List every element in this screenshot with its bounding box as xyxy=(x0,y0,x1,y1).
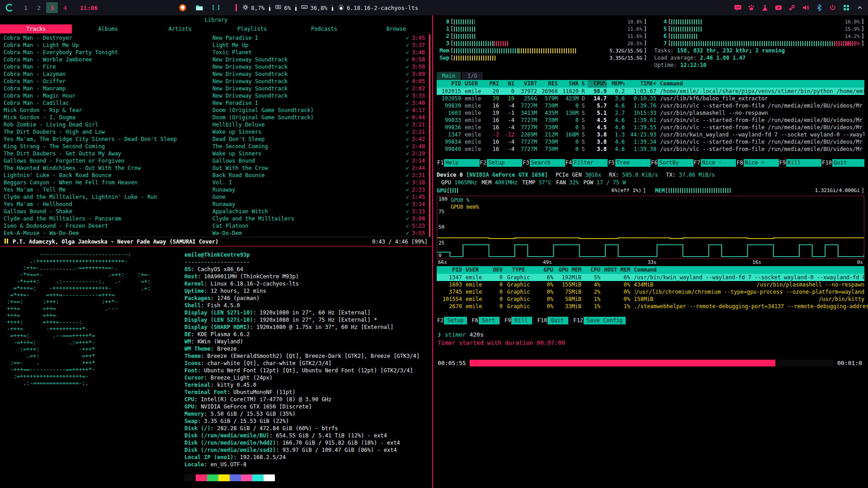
tab-browse[interactable]: Browse xyxy=(360,24,432,33)
scrollbar[interactable] xyxy=(429,34,430,237)
tab-albums[interactable]: Albums xyxy=(72,24,144,33)
pause-icon[interactable] xyxy=(5,239,9,245)
gpu-column-header-command[interactable]: Command xyxy=(630,266,864,274)
grid-icon[interactable] xyxy=(842,4,850,12)
column-header-ni[interactable]: NI xyxy=(499,80,514,88)
gpu-column-header-host-mem[interactable]: HOST MEM xyxy=(600,266,630,274)
gpu-process-row[interactable]: 1347emile0Graphic6%192MiB5%6%212MiB/usr/… xyxy=(437,274,864,281)
track-row[interactable]: Clyde and the Milltailers, Lightnin' Luk… xyxy=(0,193,432,201)
process-row[interactable]: 99833emile16-47727M730M0S4.54.61:39.61/u… xyxy=(437,117,864,124)
column-header-time[interactable]: TIME+ xyxy=(625,80,656,88)
htop-tab-main[interactable]: Main xyxy=(437,72,461,80)
kitty-icon[interactable] xyxy=(212,4,220,12)
track-row[interactable]: Iseo & Dodosound - Frozen DesertCat Plat… xyxy=(0,222,432,230)
timer-terminal[interactable]: ❯ stimer 420s Timer started with duratio… xyxy=(433,326,868,488)
fkey-f7[interactable]: F7Nice - xyxy=(693,159,736,167)
column-header-shr[interactable]: SHR xyxy=(558,80,579,88)
process-row[interactable]: 1347emile-2-122269M212M168MS3.81.344:23.… xyxy=(437,131,864,138)
process-row[interactable]: 99839emile16-47727M730M0S5.74.61:39.76/u… xyxy=(437,102,864,109)
gpu-column-header-user[interactable]: USER xyxy=(462,266,487,274)
cachyos-logo-icon[interactable] xyxy=(5,3,14,13)
fkey-f2[interactable]: F2Setup xyxy=(480,159,523,167)
gpu-column-header-pid[interactable]: PID xyxy=(437,266,462,274)
track-row[interactable]: The Haunted Windchimes - Out With the Cr… xyxy=(0,164,432,172)
process-row[interactable]: 99836emile16-47727M730M0S4.54.61:39.55/u… xyxy=(437,124,864,131)
track-row[interactable]: The Dirt Daubers - High and LowWake up S… xyxy=(0,128,432,136)
gpu-column-header-type[interactable]: TYPE xyxy=(503,266,534,274)
bluetooth-icon[interactable] xyxy=(815,4,823,12)
track-row[interactable]: Gallows Bound - ShakeAppalachian Witch✓3… xyxy=(0,208,432,215)
track-row[interactable]: Beggars Canyon - When He Fell from Heave… xyxy=(0,179,432,186)
tab-tracks[interactable]: Tracks xyxy=(0,24,72,33)
track-row[interactable]: Cobra Man - ManrampNew Driveway Soundtra… xyxy=(0,85,432,92)
track-row[interactable]: Cobra Man - Everybody Party TonightToxic… xyxy=(0,49,432,56)
process-row[interactable]: 102015emile200379722696811820R98.90.21:0… xyxy=(437,88,864,95)
fkey-f4[interactable]: F4Filter xyxy=(565,159,608,167)
track-row[interactable]: Cobra Man - Worble JamboreeNew Driveway … xyxy=(0,56,432,63)
fkey-f9[interactable]: F9Kill xyxy=(504,317,532,324)
tab-playlists[interactable]: Playlists xyxy=(216,24,288,33)
track-row[interactable]: Yes Ma'am - HellhoundRunaway✓3:14 xyxy=(0,201,432,208)
track-row[interactable]: Cobra Man - FireNew Driveway Soundtrack✓… xyxy=(0,63,432,70)
column-header-command[interactable]: Command xyxy=(656,80,864,88)
fkey-f6[interactable]: F6SortBy xyxy=(651,159,693,167)
column-header-user[interactable]: USER xyxy=(461,80,486,88)
plug-icon[interactable] xyxy=(829,4,836,12)
track-row[interactable]: Mick Gordon - Rip & TearDoom (Original G… xyxy=(0,107,432,114)
gpu-process-row[interactable]: 2670emile0Graphic0%33MiB1%1%150MiB./stea… xyxy=(437,303,864,310)
track-row[interactable]: Yes Ma'am, The Bridge City Sinners - Dea… xyxy=(0,136,432,143)
play-icon[interactable] xyxy=(774,4,782,12)
track-row[interactable]: Cobra Man - Magic HourNew Driveway Sound… xyxy=(0,92,432,99)
track-row[interactable]: Cobra Man - Light Me UpLight Me Up✓3:37 xyxy=(0,42,432,49)
process-row[interactable]: 99840emile16-47727M730M0S3.84.61:39.38/u… xyxy=(437,145,864,153)
column-header-s[interactable]: S xyxy=(579,80,588,88)
column-header-mem[interactable]: MEM% xyxy=(607,80,625,88)
tab-podcasts[interactable]: Podcasts xyxy=(288,24,360,33)
column-header-virt[interactable]: VIRT xyxy=(514,80,537,88)
fkey-f6[interactable]: F6Sort xyxy=(472,317,500,324)
folder-icon[interactable] xyxy=(195,4,203,12)
flask-icon[interactable] xyxy=(761,4,769,12)
gpu-process-table-header[interactable]: PIDUSERDEVTYPEGPUGPU MEMCPUHOST MEMComma… xyxy=(437,266,864,274)
fkey-f5[interactable]: F5Tree xyxy=(608,159,651,167)
volume-icon[interactable] xyxy=(802,4,809,12)
workspace-button-2[interactable]: 2 xyxy=(33,2,45,13)
column-header-cpu[interactable]: CPU% xyxy=(588,80,607,88)
htop-tab-io[interactable]: I/O xyxy=(462,72,483,80)
process-table-header[interactable]: PIDUSERPRINIVIRTRESSHRSCPU%MEM%TIME+Comm… xyxy=(437,80,864,88)
paw-icon[interactable] xyxy=(747,4,755,12)
fkey-f1[interactable]: F1Help xyxy=(437,159,480,167)
steam-icon[interactable] xyxy=(788,4,796,12)
fkey-f10[interactable]: F10Quit xyxy=(821,159,864,167)
track-row[interactable]: Cobra Man - CadillacNew Paradise I✓3:40 xyxy=(0,99,432,107)
chevron-up-icon[interactable] xyxy=(856,4,863,12)
track-row[interactable]: Mick Gordon - I. DogmaDoom (Original Gam… xyxy=(0,114,432,121)
track-row[interactable]: Rob Zombie - Living Dead GirlHellbilly D… xyxy=(0,121,432,128)
track-row[interactable]: Cobra Man - DestroyerNew Paradise I✓3:45 xyxy=(0,34,432,42)
fkey-f2[interactable]: F2Setup xyxy=(437,317,467,324)
gpu-column-header-dev[interactable]: DEV xyxy=(487,266,503,274)
column-header-res[interactable]: RES xyxy=(537,80,558,88)
track-row[interactable]: Cobra Man - LazymanNew Driveway Soundtra… xyxy=(0,70,432,78)
chat-icon[interactable] xyxy=(734,4,741,12)
column-header-pid[interactable]: PID xyxy=(437,80,461,88)
brave-icon[interactable] xyxy=(178,4,187,12)
gpu-column-header-gpu[interactable]: GPU xyxy=(534,266,553,274)
workspace-button-4[interactable]: 4 xyxy=(59,2,71,13)
fkey-f10[interactable]: F10Quit xyxy=(537,317,568,324)
column-header-pri[interactable]: PRI xyxy=(486,80,499,88)
workspace-button-1[interactable]: 1 xyxy=(20,2,32,13)
track-row[interactable]: The Dirt Daubers - Get Outta My AwayWake… xyxy=(0,150,432,157)
gpu-column-header-cpu[interactable]: CPU xyxy=(581,266,600,274)
gpu-process-row[interactable]: 3745emile0Graphic0%75MiB2%0%153MiB/usr/l… xyxy=(437,288,864,296)
tab-artists[interactable]: Artists xyxy=(144,24,216,33)
process-row[interactable]: 99834emile16-47727M730M0S3.84.61:39.34/u… xyxy=(437,138,864,145)
gpu-column-header-gpu-mem[interactable]: GPU MEM xyxy=(553,266,581,274)
process-row[interactable]: 102059emile3919256G579M423MD14.73.60:10.… xyxy=(437,95,864,102)
fkey-f3[interactable]: F3Search xyxy=(522,159,565,167)
fkey-f9[interactable]: F9Kill xyxy=(779,159,822,167)
gpu-process-row[interactable]: 1603emile0Graphic0%155MiB4%0%434MiB/usr/… xyxy=(437,281,864,288)
track-row[interactable]: Yes Ma'am - Tell MeRunaway✓2:33 xyxy=(0,186,432,193)
process-row[interactable]: 1603emile19-13413M435M136MS5.12.71h15:33… xyxy=(437,109,864,117)
track-row[interactable]: Lightnin' Luke - Back Road BounceBack Ro… xyxy=(0,172,432,179)
